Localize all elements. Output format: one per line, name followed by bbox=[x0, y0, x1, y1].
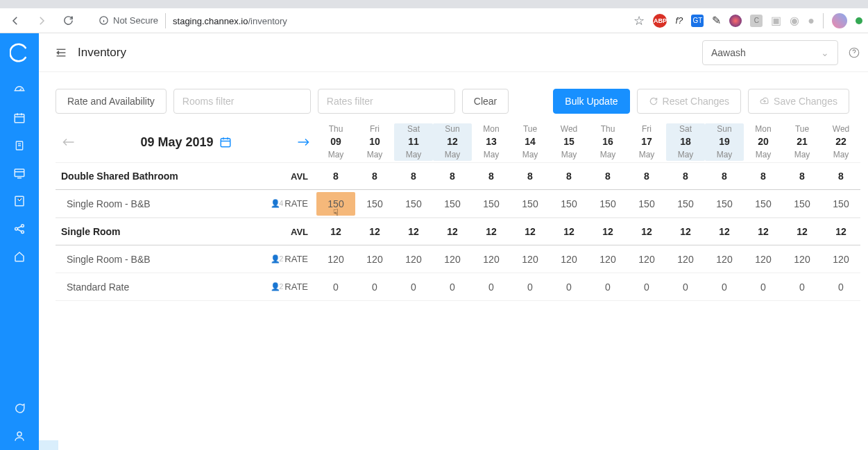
date-picker[interactable]: 09 May 2019 bbox=[82, 135, 290, 150]
nav-share[interactable] bbox=[0, 215, 39, 243]
availability-cell[interactable]: 12 bbox=[627, 226, 666, 237]
availability-cell[interactable]: 8 bbox=[316, 171, 355, 182]
bookmark-star-icon[interactable]: ☆ bbox=[633, 13, 645, 28]
app-logo[interactable] bbox=[10, 43, 29, 62]
rate-cell[interactable]: 0 bbox=[666, 282, 705, 293]
ext-whatfont-icon[interactable]: f? bbox=[675, 15, 683, 26]
availability-cell[interactable]: 12 bbox=[511, 226, 550, 237]
availability-cell[interactable]: 8 bbox=[627, 171, 666, 182]
availability-cell[interactable]: 12 bbox=[394, 226, 433, 237]
rate-cell[interactable]: 0 bbox=[822, 282, 860, 293]
rate-cell[interactable]: 150 bbox=[355, 198, 394, 209]
rate-cell[interactable]: 150 bbox=[511, 198, 550, 209]
rate-cell[interactable]: 150 bbox=[627, 198, 666, 209]
nav-properties[interactable] bbox=[0, 243, 39, 270]
availability-cell[interactable]: 12 bbox=[355, 226, 394, 237]
availability-cell[interactable]: 12 bbox=[783, 226, 822, 237]
rate-cell[interactable]: 120 bbox=[705, 254, 744, 265]
availability-cell[interactable]: 8 bbox=[588, 171, 627, 182]
rate-cell[interactable]: 0 bbox=[433, 282, 472, 293]
availability-cell[interactable]: 8 bbox=[783, 171, 822, 182]
ext-generic-3-icon[interactable]: ● bbox=[808, 15, 815, 27]
ext-generic-1-icon[interactable]: ▣ bbox=[771, 14, 781, 27]
address-bar[interactable]: staging.channex.io/inventory bbox=[173, 15, 287, 27]
rooms-filter-input[interactable] bbox=[173, 89, 311, 114]
rate-cell[interactable]: 0 bbox=[744, 282, 783, 293]
rate-cell[interactable]: 120 bbox=[355, 254, 394, 265]
nav-inventory[interactable] bbox=[0, 159, 39, 187]
rate-cell[interactable]: 150 bbox=[472, 198, 511, 209]
rate-cell[interactable]: 120 bbox=[550, 254, 588, 265]
rate-cell[interactable]: 120 bbox=[433, 254, 472, 265]
rate-cell[interactable]: 120 bbox=[588, 254, 627, 265]
rate-cell[interactable]: 150 bbox=[705, 198, 744, 209]
bulk-update-button[interactable]: Bulk Update bbox=[553, 89, 629, 114]
rate-cell[interactable]: 150 bbox=[783, 198, 822, 209]
availability-cell[interactable]: 12 bbox=[588, 226, 627, 237]
availability-cell[interactable]: 12 bbox=[822, 226, 860, 237]
availability-cell[interactable]: 8 bbox=[744, 171, 783, 182]
help-icon[interactable] bbox=[848, 46, 860, 59]
nav-user[interactable] bbox=[0, 422, 39, 450]
rate-cell[interactable]: 120 bbox=[511, 254, 550, 265]
rate-cell[interactable]: 150 bbox=[666, 198, 705, 209]
nav-bookings[interactable] bbox=[0, 132, 39, 159]
nav-chat[interactable] bbox=[0, 395, 39, 422]
rate-cell[interactable]: 150 bbox=[822, 198, 860, 209]
rate-cell[interactable]: 0 bbox=[588, 282, 627, 293]
reload-button[interactable] bbox=[58, 11, 78, 31]
rate-cell[interactable]: 150 bbox=[394, 198, 433, 209]
date-next-button[interactable] bbox=[290, 137, 316, 147]
availability-cell[interactable]: 12 bbox=[666, 226, 705, 237]
rate-cell[interactable]: 120 bbox=[744, 254, 783, 265]
availability-cell[interactable]: 12 bbox=[705, 226, 744, 237]
availability-cell[interactable]: 8 bbox=[705, 171, 744, 182]
rate-cell[interactable]: 150 bbox=[744, 198, 783, 209]
availability-cell[interactable]: 8 bbox=[822, 171, 860, 182]
back-button[interactable] bbox=[6, 11, 25, 31]
reset-changes-button[interactable]: Reset Changes bbox=[637, 89, 742, 114]
profile-avatar[interactable] bbox=[832, 13, 847, 28]
nav-calendar[interactable] bbox=[0, 104, 39, 132]
rate-cell[interactable]: 120 bbox=[394, 254, 433, 265]
availability-cell[interactable]: 8 bbox=[550, 171, 588, 182]
date-prev-button[interactable] bbox=[56, 137, 82, 147]
forward-button[interactable] bbox=[32, 11, 51, 31]
rate-cell[interactable]: 150 bbox=[588, 198, 627, 209]
security-indicator[interactable]: Not Secure bbox=[99, 15, 158, 26]
availability-cell[interactable]: 8 bbox=[511, 171, 550, 182]
rate-cell[interactable]: 120 bbox=[822, 254, 860, 265]
ext-loom-icon[interactable] bbox=[729, 15, 742, 27]
rate-cell[interactable]: 120 bbox=[316, 254, 355, 265]
rate-cell[interactable]: 0 bbox=[705, 282, 744, 293]
collapse-sidebar-icon[interactable] bbox=[56, 48, 67, 58]
rate-availability-button[interactable]: Rate and Availability bbox=[56, 89, 167, 114]
availability-cell[interactable]: 12 bbox=[433, 226, 472, 237]
nav-channels[interactable] bbox=[0, 187, 39, 215]
availability-cell[interactable]: 12 bbox=[316, 226, 355, 237]
availability-cell[interactable]: 12 bbox=[744, 226, 783, 237]
rate-cell[interactable]: 0 bbox=[783, 282, 822, 293]
property-select[interactable]: Aawash ⌄ bbox=[702, 40, 838, 65]
rate-cell[interactable]: 120 bbox=[472, 254, 511, 265]
availability-cell[interactable]: 8 bbox=[433, 171, 472, 182]
rates-filter-input[interactable] bbox=[318, 89, 455, 114]
ext-green-icon[interactable] bbox=[856, 17, 862, 24]
rate-cell[interactable]: 120 bbox=[666, 254, 705, 265]
availability-cell[interactable]: 8 bbox=[394, 171, 433, 182]
ext-c-icon[interactable]: C bbox=[750, 15, 763, 27]
availability-cell[interactable]: 8 bbox=[472, 171, 511, 182]
ext-generic-2-icon[interactable]: ◉ bbox=[790, 14, 799, 27]
availability-cell[interactable]: 12 bbox=[550, 226, 588, 237]
rate-cell[interactable]: 0 bbox=[511, 282, 550, 293]
rate-cell[interactable]: 150 bbox=[433, 198, 472, 209]
rate-cell[interactable]: 0 bbox=[355, 282, 394, 293]
save-changes-button[interactable]: Save Changes bbox=[748, 89, 849, 114]
rate-cell[interactable]: 150 bbox=[550, 198, 588, 209]
rate-cell[interactable]: 0 bbox=[550, 282, 588, 293]
availability-cell[interactable]: 12 bbox=[472, 226, 511, 237]
rate-cell[interactable]: 150☟ bbox=[316, 192, 355, 216]
availability-cell[interactable]: 8 bbox=[355, 171, 394, 182]
rate-cell[interactable]: 0 bbox=[627, 282, 666, 293]
rate-cell[interactable]: 0 bbox=[316, 282, 355, 293]
